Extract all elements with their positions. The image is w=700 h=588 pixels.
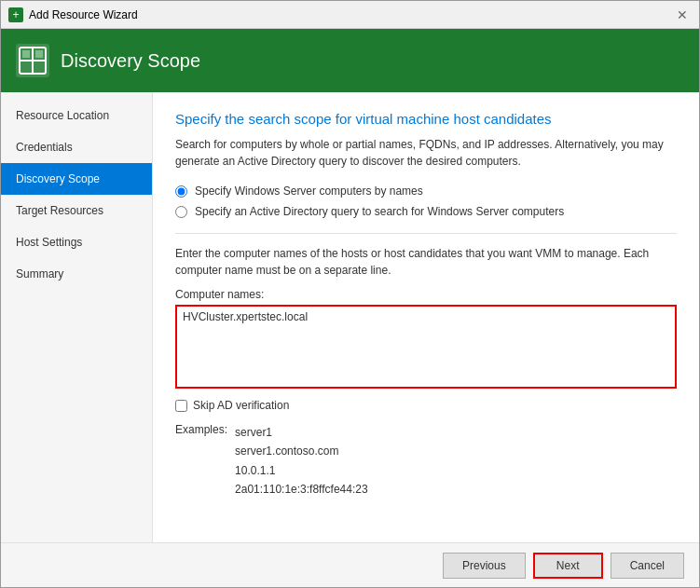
enter-description: Enter the computer names of the hosts or…: [175, 245, 677, 279]
examples-section: Examples: server1 server1.contoso.com 10…: [175, 423, 677, 499]
section-title: Specify the search scope for virtual mac…: [175, 111, 677, 127]
examples-values: server1 server1.contoso.com 10.0.1.1 2a0…: [235, 423, 677, 499]
radio-option-names: Specify Windows Server computers by name…: [175, 185, 677, 198]
skip-ad-row: Skip AD verification: [175, 399, 677, 412]
examples-grid: Examples: server1 server1.contoso.com 10…: [175, 423, 677, 499]
header-icon: [16, 44, 49, 77]
sidebar-item-discovery-scope[interactable]: Discovery Scope: [1, 163, 152, 195]
close-button[interactable]: ✕: [673, 7, 692, 22]
sidebar-item-resource-location[interactable]: Resource Location: [1, 100, 152, 131]
wizard-window: + Add Resource Wizard ✕ Discovery Scope …: [0, 0, 700, 588]
cancel-button[interactable]: Cancel: [611, 553, 684, 579]
example-4: 2a01:110:1e:3:f8ffcfe44:23: [235, 480, 677, 499]
radio-option-ad: Specify an Active Directory query to sea…: [175, 205, 677, 218]
title-bar: + Add Resource Wizard ✕: [1, 1, 699, 29]
sidebar-item-credentials[interactable]: Credentials: [1, 131, 152, 163]
examples-key: Examples:: [175, 423, 235, 499]
radio-ad-label[interactable]: Specify an Active Directory query to sea…: [195, 205, 564, 218]
header-title: Discovery Scope: [61, 50, 200, 72]
main-content: Specify the search scope for virtual mac…: [153, 92, 699, 542]
sidebar-item-target-resources[interactable]: Target Resources: [1, 195, 152, 226]
svg-rect-7: [35, 50, 43, 58]
previous-button[interactable]: Previous: [443, 553, 526, 579]
radio-names-label[interactable]: Specify Windows Server computers by name…: [195, 185, 423, 198]
wizard-title-icon: +: [8, 7, 23, 22]
skip-ad-checkbox[interactable]: [175, 400, 187, 412]
next-button[interactable]: Next: [533, 553, 603, 579]
header-bar: Discovery Scope: [1, 29, 699, 92]
skip-ad-label[interactable]: Skip AD verification: [193, 399, 289, 412]
svg-text:+: +: [12, 8, 19, 21]
section-description: Search for computers by whole or partial…: [175, 136, 677, 170]
svg-rect-6: [22, 50, 30, 58]
example-2: server1.contoso.com: [235, 442, 677, 460]
divider: [175, 233, 677, 234]
radio-group: Specify Windows Server computers by name…: [175, 185, 677, 218]
example-1: server1: [235, 423, 677, 442]
sidebar-item-summary[interactable]: Summary: [1, 258, 152, 290]
footer: Previous Next Cancel: [1, 542, 699, 587]
title-bar-text: Add Resource Wizard: [29, 8, 138, 21]
sidebar-item-host-settings[interactable]: Host Settings: [1, 226, 152, 258]
sidebar: Resource Location Credentials Discovery …: [1, 92, 153, 542]
title-bar-left: + Add Resource Wizard: [8, 7, 138, 22]
computer-names-label: Computer names:: [175, 288, 677, 301]
computer-names-input[interactable]: HVCluster.xpertstec.local: [175, 305, 677, 389]
example-3: 10.0.1.1: [235, 461, 677, 480]
radio-names-input[interactable]: [175, 185, 187, 198]
radio-ad-input[interactable]: [175, 206, 187, 218]
content-area: Resource Location Credentials Discovery …: [1, 92, 699, 542]
